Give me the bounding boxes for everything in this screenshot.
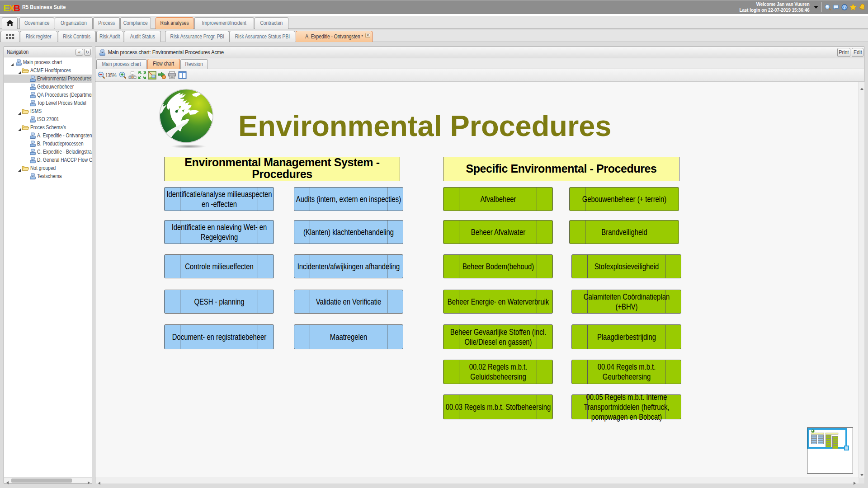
svg-text:?: ? (843, 5, 845, 9)
